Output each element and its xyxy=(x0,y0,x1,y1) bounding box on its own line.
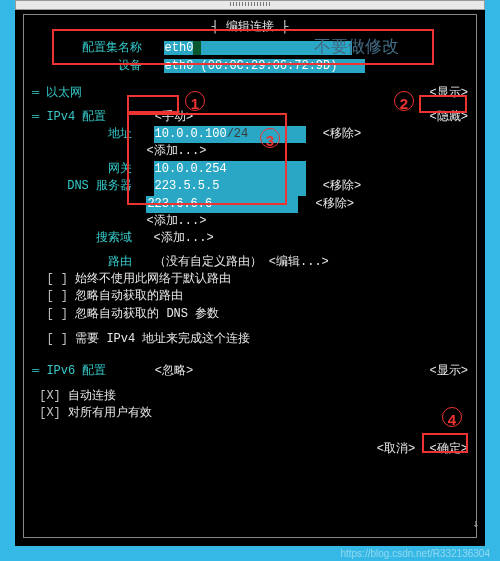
scroll-down-icon[interactable]: ↓ xyxy=(472,517,479,530)
gateway-label: 网关 xyxy=(32,161,132,178)
route-edit-button[interactable]: <编辑...> xyxy=(269,255,329,269)
device-input[interactable]: eth0 (00:0C:29:06:72:9D) xyxy=(164,59,366,73)
ok-button[interactable]: <确定> xyxy=(430,442,468,456)
ipv6-show-button[interactable]: <显示> xyxy=(430,363,468,380)
watermark: https://blog.csdn.net/R332136304 xyxy=(340,548,490,559)
terminal-dialog: ┤ 编辑连接 ├ 配置集名称 eth0_ 设备 eth0 (00:0C:29:0… xyxy=(23,14,477,538)
search-domain-add-button[interactable]: <添加...> xyxy=(154,231,214,245)
cancel-button[interactable]: <取消> xyxy=(377,442,415,456)
annotation-number-3: 3 xyxy=(262,130,278,146)
address-remove-button[interactable]: <移除> xyxy=(323,127,361,141)
route-label: 路由 xyxy=(32,254,132,271)
dns2-input[interactable]: 223.6.6.6 xyxy=(146,196,298,213)
annotation-number-2: 2 xyxy=(396,93,412,109)
dns1-input[interactable]: 223.5.5.5 xyxy=(154,178,306,195)
dns-label: DNS 服务器 xyxy=(32,178,132,195)
device-label: 设备 xyxy=(62,58,142,75)
annotation-number-4: 4 xyxy=(444,409,460,425)
annotation-number-1: 1 xyxy=(187,93,203,109)
address-input[interactable]: 10.0.0.100/24 xyxy=(154,126,306,143)
route-value: （没有自定义路由） xyxy=(154,255,262,269)
ipv4-hide-button[interactable]: <隐藏> xyxy=(430,109,468,126)
address-label: 地址 xyxy=(32,126,132,143)
ethernet-show-button[interactable]: <显示> xyxy=(430,85,468,102)
dialog-title: ┤ 编辑连接 ├ xyxy=(32,19,468,36)
section-ipv6: ═ IPv6 配置 xyxy=(32,364,106,378)
section-ipv4: ═ IPv4 配置 xyxy=(32,110,106,124)
dns1-remove-button[interactable]: <移除> xyxy=(323,179,361,193)
checkbox-all-users[interactable]: [X] xyxy=(32,406,68,420)
address-add-button[interactable]: <添加...> xyxy=(146,144,206,158)
search-domain-label: 搜索域 xyxy=(32,230,132,247)
checkbox-ignore-auto-routes[interactable]: [ ] xyxy=(32,289,75,303)
checkbox-no-default-route[interactable]: [ ] xyxy=(32,272,75,286)
checkbox-auto-connect[interactable]: [X] xyxy=(32,389,68,403)
checkbox-ignore-auto-dns[interactable]: [ ] xyxy=(32,307,75,321)
dns-add-button[interactable]: <添加...> xyxy=(146,214,206,228)
annotation-note: 不要做修改 xyxy=(314,35,399,60)
section-ethernet: ═ 以太网 xyxy=(32,86,82,100)
ipv4-mode-select[interactable]: <手动> xyxy=(155,110,193,124)
ipv6-mode-select[interactable]: <忽略> xyxy=(155,364,193,378)
gateway-input[interactable]: 10.0.0.254 xyxy=(154,161,306,178)
profile-name-label: 配置集名称 xyxy=(62,40,142,57)
window-titlebar xyxy=(15,0,485,10)
checkbox-require-ipv4[interactable]: [ ] xyxy=(32,332,75,346)
dns2-remove-button[interactable]: <移除> xyxy=(316,197,354,211)
